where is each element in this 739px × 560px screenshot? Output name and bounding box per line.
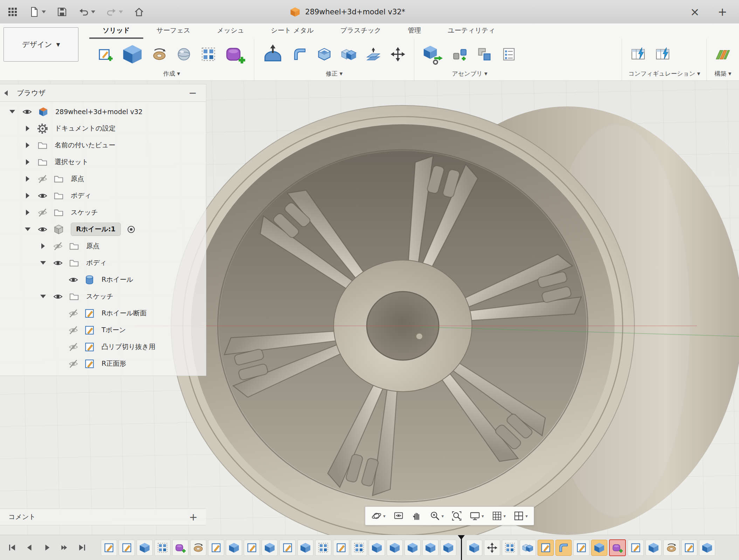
orbit-button[interactable]: ▾ — [367, 508, 389, 524]
tree-row[interactable]: R正面形 — [0, 355, 206, 372]
grid-button[interactable]: ▾ — [488, 508, 510, 524]
expander-icon[interactable] — [21, 120, 34, 137]
viewports-button[interactable]: ▾ — [510, 508, 532, 524]
visibility-toggle[interactable] — [50, 288, 66, 305]
feature-combine[interactable] — [520, 540, 536, 556]
app-menu-button[interactable] — [7, 6, 18, 18]
create-sketch-button[interactable] — [96, 44, 115, 64]
configuration-button[interactable] — [628, 44, 648, 64]
combine-button[interactable] — [339, 44, 359, 64]
feature-sketch[interactable] — [573, 540, 589, 556]
feature-extrude[interactable] — [440, 540, 456, 556]
tab-メッシュ[interactable]: メッシュ — [204, 23, 258, 39]
feature-extrude[interactable] — [466, 540, 482, 556]
feature-extrude[interactable] — [262, 540, 278, 556]
tree-row[interactable]: スケッチ — [0, 204, 206, 221]
rect-pattern-button[interactable] — [199, 44, 218, 64]
feature-extrude[interactable] — [297, 540, 313, 556]
feature-sketch[interactable] — [333, 540, 349, 556]
tab-管理[interactable]: 管理 — [394, 23, 434, 39]
visibility-toggle[interactable] — [34, 204, 50, 221]
feature-extrude[interactable] — [405, 540, 421, 556]
activate-radio[interactable] — [126, 225, 136, 234]
tree-row[interactable]: 名前の付いたビュー — [0, 137, 206, 154]
zoom-button[interactable]: ▾ — [426, 508, 448, 524]
skip-start-button[interactable] — [5, 541, 19, 555]
feature-sketch[interactable] — [119, 540, 135, 556]
visibility-toggle[interactable] — [65, 338, 81, 355]
feature-revolve[interactable] — [663, 540, 679, 556]
workspace-switcher[interactable]: デザイン ▾ — [4, 27, 78, 62]
redo-button[interactable] — [106, 6, 123, 18]
expander-icon[interactable] — [21, 187, 34, 204]
press-pull-button[interactable] — [261, 42, 285, 66]
dropdown-caret-icon[interactable]: ▾ — [482, 513, 484, 519]
tree-row[interactable]: Rホイール:1 — [0, 221, 206, 238]
undo-button[interactable] — [78, 6, 95, 18]
feature-extrude[interactable] — [645, 540, 662, 556]
expander-icon[interactable] — [6, 103, 19, 120]
home-view-button[interactable] — [133, 6, 145, 18]
display-button[interactable]: ▾ — [466, 508, 488, 524]
feature-sketch[interactable] — [101, 540, 117, 556]
skip-end-button[interactable] — [75, 541, 89, 555]
visibility-toggle[interactable] — [34, 221, 50, 238]
sphere-button[interactable] — [174, 44, 194, 64]
tree-row[interactable]: ボディ — [0, 187, 206, 204]
tab-プラスチック[interactable]: プラスチック — [327, 23, 395, 39]
shell-button[interactable] — [315, 44, 334, 64]
step-forward-button[interactable] — [57, 541, 71, 555]
bom-button[interactable] — [499, 44, 519, 64]
visibility-toggle[interactable] — [19, 103, 35, 120]
tree-row[interactable]: スケッチ — [0, 288, 206, 305]
feature-extrude[interactable] — [137, 540, 153, 556]
document-tab[interactable]: 289wheel+3d+model v32* — [289, 0, 405, 23]
file-menu-button[interactable] — [29, 6, 46, 18]
comments-bar[interactable]: コメント + — [0, 509, 206, 525]
dropdown-caret-icon[interactable]: ▾ — [504, 513, 506, 519]
viewport-canvas[interactable]: ブラウザ − 289wheel+3d+model v32ドキュメントの設定名前の… — [0, 81, 739, 535]
visibility-toggle[interactable] — [65, 322, 81, 338]
visibility-toggle[interactable] — [65, 355, 81, 372]
expander-icon[interactable] — [36, 288, 50, 305]
tree-row[interactable]: Rホイール断面 — [0, 305, 206, 322]
play-button[interactable] — [40, 541, 54, 555]
expander-icon[interactable] — [21, 170, 34, 187]
feature-sketch[interactable] — [208, 540, 224, 556]
feature-extrude[interactable] — [369, 540, 385, 556]
browser-minimize-button[interactable]: − — [189, 88, 197, 98]
dropdown-caret-icon[interactable]: ▾ — [525, 513, 528, 519]
step-back-button[interactable] — [22, 541, 36, 555]
feature-rect-pattern[interactable] — [502, 540, 518, 556]
feature-create-form[interactable] — [172, 540, 188, 556]
feature-sketch[interactable] — [628, 540, 644, 556]
dropdown-caret-icon[interactable]: ▾ — [383, 513, 386, 519]
ribbon-group-label[interactable]: 構築 ▾ — [713, 70, 733, 78]
tree-row[interactable]: ドキュメントの設定 — [0, 120, 206, 137]
save-button[interactable] — [56, 6, 68, 18]
tree-row[interactable]: 凸リブ切り抜き用 — [0, 338, 206, 355]
feature-extrude[interactable] — [422, 540, 438, 556]
tree-row[interactable]: 選択セット — [0, 154, 206, 170]
feature-sketch[interactable] — [279, 540, 296, 556]
feature-rect-pattern[interactable] — [315, 540, 331, 556]
ribbon-group-label[interactable]: アセンブリ ▾ — [421, 70, 519, 78]
visibility-toggle[interactable] — [50, 238, 66, 254]
expander-icon[interactable] — [21, 221, 34, 238]
feature-sketch[interactable] — [538, 540, 554, 556]
new-component-button[interactable] — [421, 42, 445, 66]
extrude-button[interactable] — [120, 42, 145, 66]
timeline-position-marker[interactable] — [458, 535, 464, 560]
configuration-button[interactable] — [653, 44, 672, 64]
feature-extrude[interactable] — [591, 540, 607, 556]
tab-ユーティリティ[interactable]: ユーティリティ — [434, 23, 509, 39]
fit-button[interactable] — [448, 508, 466, 524]
feature-extrude[interactable] — [387, 540, 403, 556]
wheel-geometry[interactable] — [171, 105, 739, 535]
tab-ソリッド[interactable]: ソリッド — [89, 23, 143, 39]
add-comment-button[interactable]: + — [189, 512, 198, 522]
feature-extrude[interactable] — [699, 540, 715, 556]
feature-move[interactable] — [484, 540, 500, 556]
expander-icon[interactable] — [36, 238, 50, 254]
ribbon-group-label[interactable]: コンフィギュレーション ▾ — [628, 70, 700, 78]
